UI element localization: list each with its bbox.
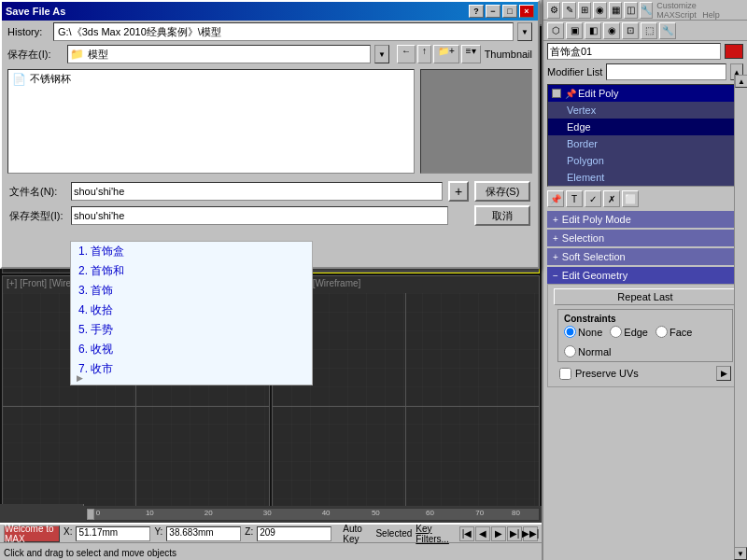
color-swatch[interactable] (725, 44, 743, 59)
scroll-up-btn[interactable]: ▲ (735, 75, 747, 88)
constraint-face-radio[interactable] (655, 326, 668, 338)
dialog-newfolder-btn[interactable]: 📁+ (433, 45, 459, 63)
constraint-normal-radio[interactable] (564, 345, 576, 357)
dialog-file-item-0[interactable]: 📄 不锈钢杯 (8, 70, 414, 88)
btn-next-frame[interactable]: ▶| (507, 526, 522, 541)
dialog-cancel-button[interactable]: 取消 (474, 205, 530, 226)
constraint-none[interactable]: None (564, 326, 602, 338)
modifier-dropdown[interactable] (606, 63, 726, 80)
modifier-stack-item-vertex[interactable]: Vertex (548, 102, 742, 119)
modifier-ctrl-2[interactable]: T (566, 190, 583, 207)
btn-prev-frame[interactable]: ◀ (475, 526, 490, 541)
modifier-stack-item-bevel[interactable]: Bevel (548, 186, 742, 187)
modifier-ctrl-1[interactable]: 📌 (547, 190, 564, 207)
preserve-uvs-checkbox[interactable] (559, 368, 571, 380)
autocomplete-item-5[interactable]: 6. 收视 (71, 340, 312, 359)
icon-btn-1[interactable]: ✎ (562, 2, 575, 19)
rollout-edit-geometry-header[interactable]: − Edit Geometry (547, 267, 743, 284)
filetype-label: 保存类型(I): (9, 209, 65, 223)
dialog-minimize-btn[interactable]: − (486, 5, 500, 18)
dialog-save-button[interactable]: 保存(S) (474, 181, 530, 202)
savein-dropdown-btn[interactable]: ▼ (374, 45, 389, 63)
constraint-edge[interactable]: Edge (610, 326, 648, 338)
y-label: Y: (154, 526, 162, 541)
repeat-last-button[interactable]: Repeat Last (554, 288, 737, 305)
icon-btn-3[interactable]: ◉ (593, 2, 606, 19)
help-label[interactable]: Help (702, 10, 720, 20)
dialog-plus-button[interactable]: + (448, 181, 469, 202)
dialog-back-btn[interactable]: ← (397, 45, 416, 63)
autocomplete-item-0[interactable]: 1. 首饰盒 (71, 242, 312, 261)
x-value[interactable]: 51.17mm (76, 526, 150, 541)
rollout-edit-geometry-body: Repeat Last Constraints None Edge Face (547, 284, 743, 387)
folder-icon: 📁 (70, 48, 84, 61)
ruler-track[interactable]: 0 10 20 30 40 50 60 70 80 (86, 508, 540, 521)
y-value[interactable]: 38.683mm (166, 526, 241, 541)
scroll-down-btn[interactable]: ▼ (734, 547, 747, 560)
dialog-filetype-row: 保存类型(I): 取消 (9, 205, 530, 226)
dialog-file-list[interactable]: 📄 不锈钢杯 (7, 69, 415, 174)
modifier-stack-item-polygon[interactable]: Polygon (548, 152, 742, 169)
rollout-selection-label: Selection (562, 232, 604, 244)
welcome-display[interactable]: Welcome to MAX (4, 525, 60, 542)
rollout-selection: + Selection (547, 230, 743, 246)
savein-combo[interactable]: 📁 模型 (67, 45, 371, 63)
right-scrollbar[interactable]: ▲ ▼ (734, 75, 747, 560)
rollout-edit-geometry-toggle: − (553, 271, 558, 281)
icon-btn-5[interactable]: ◫ (624, 2, 637, 19)
dialog-maximize-btn[interactable]: □ (502, 5, 517, 18)
dialog-up-btn[interactable]: ↑ (417, 45, 431, 63)
constraint-face[interactable]: Face (655, 326, 692, 338)
icon-row2-7[interactable]: 🔧 (659, 22, 676, 39)
rollout-soft-selection-header[interactable]: + Soft Selection (547, 248, 743, 265)
autocomplete-item-3[interactable]: 4. 收拾 (71, 301, 312, 320)
constraint-normal[interactable]: Normal (564, 345, 611, 357)
constraint-edge-radio[interactable] (610, 326, 622, 338)
ruler-tick-70: 70 (475, 509, 484, 517)
icon-row2-5[interactable]: ⊡ (622, 22, 639, 39)
key-filters-btn[interactable]: Key Filters... (416, 524, 456, 544)
modifier-stack-item-element[interactable]: Element (548, 169, 742, 186)
history-dropdown-btn[interactable]: ▼ (517, 22, 532, 41)
autocomplete-item-2[interactable]: 3. 首饰 (71, 281, 312, 301)
preserve-uvs-row: Preserve UVs ▶ (554, 364, 737, 383)
rollout-edit-poly-mode-header[interactable]: + Edit Poly Mode (547, 211, 743, 228)
history-combo[interactable]: G:\《3ds Max 2010经典案例》\模型 (53, 22, 514, 41)
dialog-nav-buttons: ← ↑ 📁+ ≡▾ (397, 45, 481, 63)
object-name-input[interactable] (547, 43, 721, 60)
icon-btn-4[interactable]: ▦ (609, 2, 622, 19)
autocomplete-item-1[interactable]: 2. 首饰和 (71, 261, 312, 281)
modifier-ctrl-4[interactable]: ✗ (603, 190, 620, 207)
z-value[interactable]: 209 (257, 526, 331, 541)
customize-label[interactable]: Customize (656, 1, 697, 10)
rollout-selection-header[interactable]: + Selection (547, 230, 743, 246)
modifier-stack-item-editpoly[interactable]: 📌 Edit Poly (548, 85, 742, 102)
icon-btn-2[interactable]: ⊞ (578, 2, 591, 19)
maxscript-label[interactable]: MAXScript (656, 10, 697, 20)
filetype-combo[interactable] (71, 206, 448, 225)
btn-play[interactable]: ▶ (491, 526, 506, 541)
dialog-close-btn[interactable]: × (519, 5, 534, 18)
constraint-normal-label: Normal (578, 346, 611, 357)
icon-row2-3[interactable]: ◧ (585, 22, 601, 39)
autocomplete-item-4[interactable]: 5. 手势 (71, 320, 312, 340)
icon-row2-2[interactable]: ▣ (566, 22, 583, 39)
btn-go-end[interactable]: ▶▶| (523, 526, 538, 541)
modifier-ctrl-3[interactable]: ✓ (585, 190, 601, 207)
icon-row2-1[interactable]: ⬡ (547, 22, 564, 39)
btn-go-start[interactable]: |◀ (459, 526, 474, 541)
modifier-stack-item-edge[interactable]: Edge (548, 119, 742, 135)
icon-row2-4[interactable]: ◉ (603, 22, 620, 39)
constraint-none-radio[interactable] (564, 326, 576, 338)
autocomplete-item-6[interactable]: 7. 收市 (71, 359, 312, 379)
dialog-help-btn[interactable]: ? (469, 5, 484, 18)
icon-row2-6[interactable]: ⬚ (641, 22, 657, 39)
icon-btn-6[interactable]: 🔧 (640, 2, 653, 19)
modifier-stack-item-border[interactable]: Border (548, 135, 742, 152)
preserve-uvs-btn[interactable]: ▶ (716, 366, 731, 381)
modifier-ctrl-5[interactable]: ⬜ (622, 190, 639, 207)
customize-menu[interactable]: ⚙ (547, 2, 560, 19)
ruler-thumb[interactable] (87, 509, 94, 520)
filename-input[interactable] (71, 182, 443, 201)
dialog-views-btn[interactable]: ≡▾ (461, 45, 481, 63)
